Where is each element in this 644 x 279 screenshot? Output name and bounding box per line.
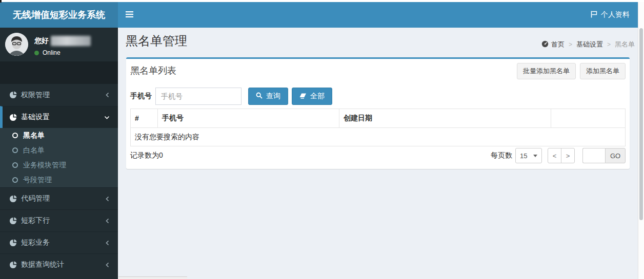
top-navbar: 个人资料 xyxy=(118,2,638,28)
per-page-label: 每页数 xyxy=(491,151,512,160)
table-header-phone: 手机号 xyxy=(158,109,339,128)
vertical-scrollbar-thumb[interactable] xyxy=(639,28,643,220)
submenu-item-label: 黑名单 xyxy=(23,131,45,140)
sidebar-item-business-module[interactable]: 业务模块管理 xyxy=(0,158,118,173)
table-header-actions xyxy=(551,109,626,128)
greeting-text: 您好 xyxy=(34,36,49,46)
query-button[interactable]: 查询 xyxy=(248,88,288,105)
sidebar-menu: 权限管理 基础设置 黑名单 xyxy=(0,84,118,275)
chevron-left-icon xyxy=(105,218,110,224)
sidebar-item-whitelist[interactable]: 白名单 xyxy=(0,143,118,158)
pie-chart-icon xyxy=(9,239,17,247)
sidebar-item-code-management[interactable]: 代码管理 xyxy=(0,187,118,209)
per-page-value: 15 xyxy=(520,152,527,160)
phone-input[interactable] xyxy=(155,88,242,105)
circle-icon xyxy=(12,177,18,183)
chevron-left-icon xyxy=(105,92,110,98)
submenu-item-label: 号段管理 xyxy=(23,176,52,185)
query-button-label: 查询 xyxy=(266,92,280,101)
goto-page-group: GO xyxy=(582,148,626,163)
search-icon xyxy=(256,92,263,100)
dashboard-icon xyxy=(541,40,549,49)
user-panel: 您好 Online xyxy=(0,28,118,61)
circle-icon xyxy=(12,162,18,168)
pie-chart-icon xyxy=(9,91,17,99)
app-window: 无线增值短彩业务系统 个人资料 xyxy=(0,2,638,279)
avatar xyxy=(5,33,28,56)
per-page-select[interactable]: 15 xyxy=(515,148,542,163)
pie-chart-icon xyxy=(9,261,17,269)
record-count-text: 记录数为0 xyxy=(130,151,163,160)
go-button[interactable]: GO xyxy=(605,148,626,163)
box-title: 黑名单列表 xyxy=(130,65,176,77)
pagination: 每页数 15 < > GO xyxy=(491,148,626,163)
breadcrumb-section-link[interactable]: 基础设置 xyxy=(576,40,603,49)
flag-icon xyxy=(591,11,597,19)
profile-link[interactable]: 个人资料 xyxy=(586,2,635,28)
sidebar-item-sms-downlink[interactable]: 短彩下行 xyxy=(0,209,118,231)
pie-chart-icon xyxy=(9,114,17,121)
hamburger-icon xyxy=(126,10,133,19)
sidebar-item-label: 基础设置 xyxy=(21,113,50,122)
sidebar: 您好 Online 权限管理 xyxy=(0,28,118,279)
online-status-dot xyxy=(34,51,39,55)
chevron-left-icon xyxy=(105,196,110,202)
breadcrumb: 首页 > 基础设置 > 黑名单 xyxy=(541,40,635,49)
table-header-row: # 手机号 创建日期 xyxy=(131,109,626,128)
online-status-label: Online xyxy=(43,49,61,56)
sidebar-item-sms-business[interactable]: 短彩业务 xyxy=(0,231,118,253)
all-button-label: 全部 xyxy=(310,92,325,101)
table-header-created-date: 创建日期 xyxy=(339,109,551,128)
blacklist-table: # 手机号 创建日期 没有您要搜索的内容 xyxy=(130,109,626,146)
page-nav-group: < > xyxy=(548,148,575,163)
circle-icon xyxy=(12,133,18,138)
submenu-item-label: 白名单 xyxy=(23,146,45,155)
app-logo[interactable]: 无线增值短彩业务系统 xyxy=(0,2,118,28)
sidebar-item-data-query-stats[interactable]: 数据查询统计 xyxy=(0,253,118,275)
sidebar-divider-strip xyxy=(0,61,118,84)
blacklist-box: 黑名单列表 批量添加黑名单 添加黑名单 手机号 查询 全 xyxy=(126,57,630,169)
submenu-item-label: 业务模块管理 xyxy=(23,161,66,170)
main-content: 黑名单管理 首页 > 基础设置 > 黑名单 黑名单列表 批量添加黑名单 添加黑名… xyxy=(118,28,638,279)
next-page-button[interactable]: > xyxy=(561,148,575,163)
add-blacklist-button[interactable]: 添加黑名单 xyxy=(580,63,626,79)
sidebar-item-blacklist[interactable]: 黑名单 xyxy=(0,128,118,143)
table-header-index: # xyxy=(131,109,158,128)
batch-add-blacklist-button[interactable]: 批量添加黑名单 xyxy=(517,63,576,79)
circle-icon xyxy=(12,147,18,153)
search-row: 手机号 查询 全部 xyxy=(130,88,332,105)
sidebar-item-label: 代码管理 xyxy=(21,194,50,203)
phone-label: 手机号 xyxy=(130,92,152,101)
table-empty-row: 没有您要搜索的内容 xyxy=(131,128,626,146)
pie-chart-icon xyxy=(9,217,17,225)
profile-label: 个人资料 xyxy=(601,10,630,19)
breadcrumb-home-link[interactable]: 首页 xyxy=(541,40,565,49)
table-empty-message: 没有您要搜索的内容 xyxy=(131,128,626,146)
redacted-username xyxy=(51,36,91,46)
sidebar-submenu-basic-settings: 黑名单 白名单 业务模块管理 号段管理 xyxy=(0,128,118,187)
page-title: 黑名单管理 xyxy=(126,33,187,49)
sidebar-item-label: 数据查询统计 xyxy=(21,260,64,269)
user-info: 您好 Online xyxy=(34,33,91,56)
breadcrumb-separator: > xyxy=(607,41,611,48)
sidebar-item-number-segment[interactable]: 号段管理 xyxy=(0,173,118,187)
vertical-scrollbar-track[interactable] xyxy=(638,0,644,279)
breadcrumb-current: 黑名单 xyxy=(615,40,635,49)
pie-chart-icon xyxy=(9,195,17,203)
caret-down-icon xyxy=(533,155,537,157)
page-number-input[interactable] xyxy=(582,148,605,163)
all-button[interactable]: 全部 xyxy=(292,88,332,105)
sidebar-item-label: 短彩下行 xyxy=(21,216,50,225)
sidebar-toggle-button[interactable] xyxy=(118,2,140,28)
sidebar-item-basic-settings[interactable]: 基础设置 xyxy=(0,106,118,128)
top-edge-strip xyxy=(0,0,644,2)
chevron-left-icon xyxy=(105,262,110,268)
chevron-left-icon xyxy=(105,240,110,246)
chevron-down-icon xyxy=(104,115,110,120)
prev-page-button[interactable]: < xyxy=(548,148,561,163)
box-footer: 记录数为0 每页数 15 < > GO xyxy=(130,148,626,163)
top-edge-mark xyxy=(0,0,2,3)
sidebar-item-permissions[interactable]: 权限管理 xyxy=(0,84,118,106)
sidebar-item-label: 权限管理 xyxy=(21,91,50,100)
sidebar-item-label: 短彩业务 xyxy=(21,238,50,247)
